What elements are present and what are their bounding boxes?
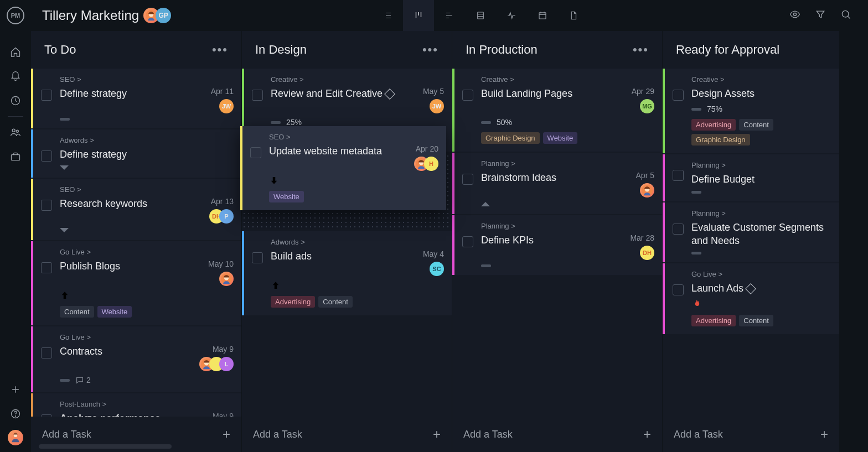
task-checkbox[interactable] (252, 252, 263, 263)
task-assignees[interactable]: SC (430, 262, 444, 276)
task-breadcrumb[interactable]: Creative > (691, 75, 831, 84)
view-sheet-icon[interactable] (465, 0, 496, 31)
task-breadcrumb[interactable]: SEO > (60, 185, 234, 194)
app-logo[interactable]: PM (7, 7, 24, 24)
task-breadcrumb[interactable]: Planning > (481, 159, 654, 168)
avatar (219, 272, 234, 286)
add-task-button[interactable]: Add a Task+ (242, 417, 452, 452)
task-card[interactable]: Go Live >Publish BlogsMay 10ContentWebsi… (31, 241, 241, 325)
task-checkbox[interactable] (250, 147, 261, 158)
task-assignees[interactable]: L (199, 357, 234, 371)
task-breadcrumb[interactable]: Planning > (481, 222, 654, 230)
team-icon[interactable] (0, 120, 31, 144)
view-files-icon[interactable] (558, 0, 589, 31)
briefcase-icon[interactable] (0, 144, 31, 169)
task-checkbox[interactable] (462, 236, 473, 247)
tag-website[interactable]: Website (269, 191, 304, 202)
task-card[interactable]: Planning >Define Budget (663, 154, 839, 201)
task-checkbox[interactable] (462, 90, 473, 101)
horizontal-scrollbar[interactable] (39, 444, 172, 449)
tag-content[interactable]: Content (739, 315, 773, 326)
home-icon[interactable] (0, 40, 31, 64)
task-checkbox[interactable] (41, 90, 52, 101)
add-task-button[interactable]: Add a Task+ (452, 417, 662, 452)
task-breadcrumb[interactable]: Go Live > (60, 333, 234, 341)
task-breadcrumb[interactable]: Adwords > (60, 136, 234, 144)
add-task-button[interactable]: Add a Task+ (663, 417, 839, 452)
task-breadcrumb[interactable]: SEO > (60, 75, 234, 84)
task-assignees[interactable]: JW (430, 99, 444, 113)
tag-content[interactable]: Content (739, 119, 773, 131)
tag-advertising[interactable]: Advertising (271, 296, 315, 308)
task-assignees[interactable] (219, 272, 234, 286)
task-breadcrumb[interactable]: Creative > (481, 75, 654, 84)
task-card[interactable]: Planning >Evaluate Customer Segments and… (663, 202, 839, 263)
task-checkbox[interactable] (673, 224, 684, 235)
task-checkbox[interactable] (41, 150, 52, 162)
task-breadcrumb[interactable]: SEO > (269, 133, 438, 141)
task-card[interactable]: Go Live >ContractsMay 9L2 (31, 326, 241, 392)
task-breadcrumb[interactable]: Post-Launch > (60, 400, 234, 408)
task-card[interactable]: Adwords >Build adsMay 4SCAdvertisingCont… (242, 231, 452, 315)
task-breadcrumb[interactable]: Planning > (691, 209, 831, 217)
task-card[interactable]: Creative >Design Assets75%AdvertisingCon… (663, 69, 839, 153)
task-checkbox[interactable] (252, 90, 263, 101)
task-checkbox[interactable] (462, 174, 473, 185)
task-breadcrumb[interactable]: Creative > (271, 75, 444, 84)
task-card[interactable]: SEO >Research keywordsApr 13DHP (31, 179, 241, 240)
search-icon[interactable] (840, 9, 851, 22)
tag-website[interactable]: Website (97, 306, 132, 318)
task-breadcrumb[interactable]: Go Live > (691, 270, 831, 278)
task-card[interactable]: Planning >Define KPIsMar 28DH (452, 215, 662, 275)
add-task-label: Add a Task (253, 429, 302, 440)
tag-graphic[interactable]: Graphic Design (481, 132, 540, 144)
visibility-icon[interactable] (789, 9, 800, 22)
view-board-icon[interactable] (403, 0, 434, 31)
tag-website[interactable]: Website (543, 132, 578, 144)
tag-advertising[interactable]: Advertising (691, 119, 736, 131)
project-members[interactable]: GP (147, 8, 171, 23)
project-title[interactable]: Tillery Marketing (42, 8, 139, 23)
task-checkbox[interactable] (673, 284, 684, 295)
task-checkbox[interactable] (41, 262, 52, 273)
column-menu-icon[interactable]: ••• (422, 43, 438, 57)
view-list-icon[interactable] (372, 0, 403, 31)
task-card[interactable]: Creative >Build Landing PagesApr 29MG50%… (452, 69, 662, 152)
task-checkbox[interactable] (41, 347, 52, 359)
task-assignees[interactable] (640, 183, 654, 198)
recent-icon[interactable] (0, 89, 31, 113)
current-user-avatar[interactable] (8, 430, 23, 445)
task-card[interactable]: SEO >Update website metadataApr 20HWebsi… (240, 126, 446, 210)
task-card[interactable]: Planning >Brainstorm IdeasApr 5 (452, 153, 662, 214)
add-icon[interactable] (0, 381, 31, 398)
comment-count[interactable]: 2 (75, 376, 91, 385)
task-breadcrumb[interactable]: Planning > (691, 161, 831, 169)
task-checkbox[interactable] (673, 170, 684, 181)
task-breadcrumb[interactable]: Adwords > (271, 238, 444, 246)
task-card[interactable]: Go Live >Launch AdsAdvertisingContent (663, 263, 839, 334)
view-gantt-icon[interactable] (434, 0, 465, 31)
task-assignees[interactable]: MG (640, 99, 654, 113)
column-menu-icon[interactable]: ••• (633, 43, 649, 57)
task-card[interactable]: SEO >Define strategyApr 11JW (31, 69, 241, 128)
task-assignees[interactable]: DHP (209, 209, 234, 224)
task-card[interactable]: Adwords >Define strategy (31, 129, 241, 178)
task-assignees[interactable]: DH (640, 246, 654, 260)
task-card[interactable]: Post-Launch >Analyze performanceMay 9 (31, 393, 241, 417)
view-calendar-icon[interactable] (527, 0, 558, 31)
task-checkbox[interactable] (41, 414, 52, 417)
filter-icon[interactable] (815, 9, 826, 22)
task-checkbox[interactable] (41, 200, 52, 211)
task-assignees[interactable]: H (414, 157, 438, 171)
view-activity-icon[interactable] (496, 0, 527, 31)
tag-content[interactable]: Content (318, 296, 353, 308)
notifications-icon[interactable] (0, 64, 31, 89)
task-breadcrumb[interactable]: Go Live > (60, 248, 234, 256)
task-checkbox[interactable] (673, 90, 684, 101)
help-icon[interactable] (0, 406, 31, 422)
column-menu-icon[interactable]: ••• (212, 43, 228, 57)
tag-advertising[interactable]: Advertising (691, 315, 736, 326)
tag-graphic[interactable]: Graphic Design (691, 134, 750, 146)
task-assignees[interactable]: JW (219, 99, 234, 113)
tag-content[interactable]: Content (60, 306, 94, 318)
